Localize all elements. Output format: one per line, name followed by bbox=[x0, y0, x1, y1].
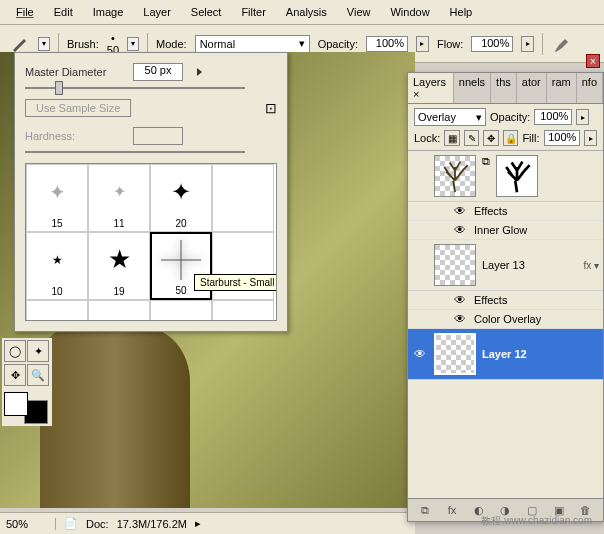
color-swatch[interactable] bbox=[4, 392, 48, 424]
brush-preset-panel: Master Diameter 50 px Use Sample Size ⊡ … bbox=[14, 52, 288, 332]
fx-badge[interactable]: fx ▾ bbox=[583, 260, 599, 271]
menu-analysis[interactable]: Analysis bbox=[278, 4, 335, 20]
slider-thumb[interactable] bbox=[55, 81, 63, 95]
lock-transparency-icon[interactable]: ▦ bbox=[444, 130, 460, 146]
fill-arrow[interactable]: ▸ bbox=[584, 130, 597, 146]
chevron-down-icon: ▾ bbox=[476, 111, 482, 124]
effects-label: Effects bbox=[474, 294, 507, 306]
layer-thumbnail[interactable] bbox=[434, 155, 476, 197]
layer-13[interactable]: Layer 13 fx ▾ bbox=[408, 240, 603, 291]
visibility-toggle[interactable]: 👁 bbox=[452, 223, 468, 237]
menu-help[interactable]: Help bbox=[442, 4, 481, 20]
brush-dot-icon: • bbox=[111, 32, 115, 44]
tool-preset-dropdown[interactable]: ▾ bbox=[38, 37, 50, 51]
opacity-label: Opacity: bbox=[318, 38, 358, 50]
close-icon[interactable]: × bbox=[586, 54, 600, 68]
effect-color-overlay[interactable]: 👁 Color Overlay bbox=[408, 310, 603, 329]
tab-paths[interactable]: ths bbox=[491, 73, 517, 103]
brush-preset-blank1[interactable] bbox=[212, 164, 274, 232]
visibility-toggle[interactable]: 👁 bbox=[452, 293, 468, 307]
brush-preset-15[interactable]: ✦ 15 bbox=[26, 164, 88, 232]
opacity-input[interactable]: 100% bbox=[366, 36, 408, 52]
tab-ram[interactable]: ram bbox=[547, 73, 577, 103]
new-preset-icon[interactable]: ⊡ bbox=[265, 100, 277, 116]
brush-preset-grid: ✦ 15 ✦ 11 ✦ 20 ★ 10 ★ 19 bbox=[25, 163, 277, 321]
wand-tool[interactable]: ✦ bbox=[27, 340, 49, 362]
layer-thumbnail[interactable] bbox=[434, 244, 476, 286]
brush-preset-row3d[interactable] bbox=[212, 300, 274, 320]
layer-mask-thumbnail[interactable] bbox=[496, 155, 538, 197]
airbrush-icon[interactable] bbox=[551, 33, 573, 55]
use-sample-size-button[interactable]: Use Sample Size bbox=[25, 99, 131, 117]
effects-row-13[interactable]: 👁 Effects bbox=[408, 291, 603, 310]
diameter-slider[interactable] bbox=[25, 87, 245, 89]
brush-label: Brush: bbox=[67, 38, 99, 50]
layer-12-selected[interactable]: 👁 Layer 12 bbox=[408, 329, 603, 380]
menu-file[interactable]: File bbox=[8, 4, 42, 20]
effects-label: Effects bbox=[474, 205, 507, 217]
brush-preset-row3b[interactable]: ❋ bbox=[88, 300, 150, 320]
effect-name: Inner Glow bbox=[474, 224, 527, 236]
brush-size-label: 19 bbox=[113, 286, 124, 297]
brush-preset-10[interactable]: ★ 10 bbox=[26, 232, 88, 300]
panel-tabs: Layers × nnels ths ator ram nfo bbox=[408, 73, 603, 104]
foreground-color[interactable] bbox=[4, 392, 28, 416]
layer-list: ⧉ 👁 Effects 👁 Inner Glow Layer 13 fx ▾ 👁… bbox=[408, 151, 603, 498]
flow-arrow[interactable]: ▸ bbox=[521, 36, 534, 52]
lasso-tool[interactable]: ◯ bbox=[4, 340, 26, 362]
diameter-label: Master Diameter bbox=[25, 66, 125, 78]
brush-preset-row3c[interactable]: ▦ bbox=[150, 300, 212, 320]
tab-ator[interactable]: ator bbox=[517, 73, 547, 103]
zoom-tool[interactable]: 🔍 bbox=[27, 364, 49, 386]
zoom-level-input[interactable]: 50% bbox=[6, 518, 56, 530]
doc-size-value: 17.3M/176.2M bbox=[117, 518, 187, 530]
tab-layers[interactable]: Layers × bbox=[408, 73, 454, 103]
flow-label: Flow: bbox=[437, 38, 463, 50]
play-icon[interactable] bbox=[197, 68, 202, 76]
link-icon[interactable]: ⧉ bbox=[482, 155, 490, 168]
layer-tree[interactable]: ⧉ bbox=[408, 151, 603, 202]
tab-info[interactable]: nfo bbox=[577, 73, 603, 103]
flow-input[interactable]: 100% bbox=[471, 36, 513, 52]
menu-view[interactable]: View bbox=[339, 4, 379, 20]
effect-inner-glow[interactable]: 👁 Inner Glow bbox=[408, 221, 603, 240]
layer-opacity-input[interactable]: 100% bbox=[534, 109, 572, 125]
lock-all-icon[interactable]: 🔒 bbox=[503, 130, 519, 146]
lock-pixels-icon[interactable]: ✎ bbox=[464, 130, 480, 146]
menu-window[interactable]: Window bbox=[382, 4, 437, 20]
visibility-toggle[interactable]: 👁 bbox=[452, 312, 468, 326]
menu-image[interactable]: Image bbox=[85, 4, 132, 20]
layer-name-label[interactable]: Layer 12 bbox=[482, 348, 599, 360]
file-info-icon[interactable]: 📄 bbox=[64, 517, 78, 530]
brush-preset-19[interactable]: ★ 19 bbox=[88, 232, 150, 300]
fill-input[interactable]: 100% bbox=[544, 130, 581, 146]
status-arrow[interactable]: ▸ bbox=[195, 517, 201, 530]
visibility-toggle[interactable]: 👁 bbox=[412, 347, 428, 361]
brush-preset-11[interactable]: ✦ 11 bbox=[88, 164, 150, 232]
layer-style-button[interactable]: fx bbox=[443, 502, 461, 518]
effects-row[interactable]: 👁 Effects bbox=[408, 202, 603, 221]
hardness-slider bbox=[25, 151, 245, 153]
menu-select[interactable]: Select bbox=[183, 4, 230, 20]
brush-size-label: 50 bbox=[175, 285, 186, 296]
tab-channels[interactable]: nnels bbox=[454, 73, 491, 103]
opacity-arrow[interactable]: ▸ bbox=[576, 109, 589, 125]
menu-filter[interactable]: Filter bbox=[233, 4, 273, 20]
move-tool[interactable]: ✥ bbox=[4, 364, 26, 386]
menu-layer[interactable]: Layer bbox=[135, 4, 179, 20]
layer-name-label[interactable]: Layer 13 bbox=[482, 259, 577, 271]
menu-bar: File Edit Image Layer Select Filter Anal… bbox=[0, 0, 604, 25]
brush-dropdown[interactable]: ▾ bbox=[127, 37, 139, 51]
menu-edit[interactable]: Edit bbox=[46, 4, 81, 20]
layer-blend-mode-select[interactable]: Overlay ▾ bbox=[414, 108, 486, 126]
brush-preset-row3a[interactable]: ✦ bbox=[26, 300, 88, 320]
link-layers-button[interactable]: ⧉ bbox=[416, 502, 434, 518]
blend-mode-select[interactable]: Normal ▾ bbox=[195, 35, 310, 53]
lock-position-icon[interactable]: ✥ bbox=[483, 130, 499, 146]
opacity-arrow[interactable]: ▸ bbox=[416, 36, 429, 52]
chevron-down-icon: ▾ bbox=[299, 37, 305, 50]
visibility-toggle[interactable]: 👁 bbox=[452, 204, 468, 218]
layer-thumbnail[interactable] bbox=[434, 333, 476, 375]
brush-preset-20[interactable]: ✦ 20 bbox=[150, 164, 212, 232]
diameter-input[interactable]: 50 px bbox=[133, 63, 183, 81]
